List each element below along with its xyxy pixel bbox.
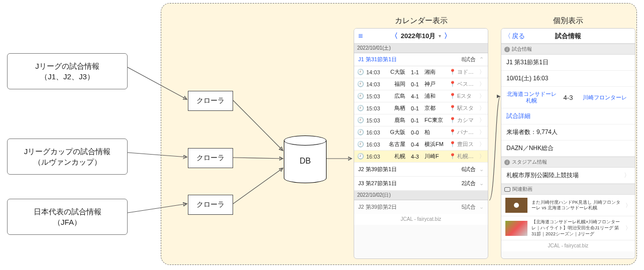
chevron-right-icon: 〉 — [625, 224, 631, 232]
match-time: 16:03 — [366, 142, 383, 148]
chevron-down-icon: ⌄ — [479, 204, 484, 210]
db-label: DB — [284, 157, 327, 166]
source-subtitle: （JFA） — [12, 217, 123, 227]
match-time: 15:03 — [366, 117, 383, 123]
venue: 札幌厚別 — [457, 153, 478, 160]
video-row-1[interactable]: また川崎付度ハンドPK見逃し 川崎フロンターレ vs 北海道コンサドーレ札幌 〉 — [501, 195, 635, 216]
detail-header-title: 試合情報 — [501, 32, 635, 41]
crawler-box-2: クローラ — [188, 148, 233, 168]
match-time: 14:03 — [366, 69, 383, 75]
section-j2b-header[interactable]: J2 第39節第2日 5試合 ⌄ — [354, 200, 488, 214]
venue: 駅スタ — [457, 104, 478, 112]
source-jfa: 日本代表の試合情報 （JFA） — [7, 199, 128, 235]
crawler-label: クローラ — [196, 200, 225, 208]
team-away: 横浜FM — [422, 141, 447, 148]
team-home: G大阪 — [383, 128, 407, 136]
team-away: 京都 — [422, 104, 447, 112]
team-away: 神戸 — [422, 80, 447, 88]
video-title: 【北海道コンサドーレ札幌×川崎フロンターレ｜ハイライト】明治安田生命J1リーグ … — [531, 219, 621, 237]
pin-icon: 📍 — [449, 117, 456, 123]
section-j2-header[interactable]: J2 第39節第1日 6試合 ⌄ — [354, 163, 488, 177]
source-subtitle: （ルヴァンカップ） — [12, 157, 123, 167]
team-home: 鹿島 — [383, 116, 407, 124]
team-away: 湘南 — [422, 68, 447, 76]
section-j1-title: J1 第31節第1日 — [358, 56, 397, 63]
match-time: 16:03 — [366, 129, 383, 136]
next-month-button[interactable]: 〉 — [444, 32, 451, 41]
match-score: 1-1 — [407, 69, 422, 75]
section-stadium-label: スタジアム情報 — [512, 159, 547, 166]
info-icon: i — [504, 47, 510, 52]
detail-round: J1 第31節第1日 — [501, 55, 635, 71]
team-home: 広島 — [383, 92, 407, 100]
match-row[interactable]: 🕘14:03福岡0-1神戸📍ベススタ〉 — [354, 78, 488, 90]
match-row[interactable]: 🕘16:03名古屋0-4横浜FM📍豊田ス〉 — [354, 139, 488, 151]
match-row[interactable]: 🕘15:03広島4-1浦和📍Eスタ〉 — [354, 90, 488, 102]
source-leaguecup: Jリーグカップの試合情報 （ルヴァンカップ） — [7, 139, 128, 175]
match-time: 15:03 — [366, 105, 383, 111]
menu-icon[interactable]: ≡ — [358, 32, 363, 41]
detail-section-stadium: i スタジアム情報 — [501, 157, 635, 168]
chevron-right-icon: 〉 — [479, 116, 485, 124]
clock-icon: 🕘 — [357, 69, 364, 75]
match-row[interactable]: 🕘14:03C大阪1-1湘南📍ヨドコウ〉 — [354, 66, 488, 78]
match-score: 0-1 — [407, 81, 422, 87]
match-row[interactable]: 🕘16:03G大阪0-0柏📍パナスタ〉 — [354, 126, 488, 139]
chevron-right-icon: 〉 — [479, 128, 485, 136]
video-thumb-icon — [505, 221, 527, 236]
source-title: Jリーグの試合情報 — [12, 61, 123, 71]
video-row-2[interactable]: 【北海道コンサドーレ札幌×川崎フロンターレ｜ハイライト】明治安田生命J1リーグ … — [501, 216, 635, 240]
section-j2b-title: J2 第39節第2日 — [358, 203, 397, 211]
team-away[interactable]: 川崎フロンターレ — [580, 94, 630, 101]
detail-datetime: 10/01(土) 16:03 — [501, 71, 635, 87]
section-match-label: 試合情報 — [512, 46, 532, 53]
team-away: 川崎F — [422, 153, 447, 160]
venue: ベススタ — [457, 80, 478, 88]
info-icon: i — [504, 160, 510, 165]
team-away: FC東京 — [422, 116, 447, 124]
section-j1-count: 8試合 — [462, 56, 476, 62]
match-time: 15:03 — [366, 93, 383, 99]
match-row[interactable]: 🕘15:03鹿島0-1FC東京📍カシマ〉 — [354, 114, 488, 126]
chevron-up-icon: ⌃ — [479, 56, 484, 62]
chevron-right-icon: 〉 — [479, 153, 485, 160]
pin-icon: 📍 — [449, 93, 456, 99]
prev-month-button[interactable]: 〈 — [391, 32, 398, 41]
match-row[interactable]: 🕘16:03札幌4-3川崎F📍札幌厚別〉 — [354, 151, 488, 163]
source-jleague: Jリーグの試合情報 （J1、J2、J3） — [7, 53, 128, 89]
chevron-right-icon: 〉 — [479, 80, 485, 88]
source-subtitle: （J1、J2、J3） — [12, 71, 123, 82]
match-score: 0-4 — [407, 142, 422, 148]
section-j3-header[interactable]: J3 第27節第1日 2試合 ⌄ — [354, 177, 488, 191]
date-header: 2022/10/02(日) — [354, 191, 488, 200]
pin-icon: 📍 — [449, 105, 456, 111]
pin-icon: 📍 — [449, 141, 456, 148]
crawler-box-3: クローラ — [188, 195, 233, 215]
section-j2-title: J2 第39節第1日 — [358, 166, 397, 173]
stadium-row[interactable]: 札幌市厚別公園陸上競技場 〉 — [501, 168, 635, 184]
video-icon — [504, 187, 510, 192]
pin-icon: 📍 — [449, 81, 456, 87]
phone-footer: JCAL - fairycat.biz — [501, 240, 635, 251]
video-title: また川崎付度ハンドPK見逃し 川崎フロンターレ vs 北海道コンサドーレ札幌 — [531, 200, 621, 211]
venue: Eスタ — [457, 92, 478, 100]
section-j1-header[interactable]: J1 第31節第1日 8試合 ⌃ — [354, 53, 488, 66]
stadium-name: 札幌市厚別公園陸上競技場 — [506, 171, 579, 180]
section-j2-count: 6試合 — [462, 166, 476, 172]
chevron-down-icon[interactable]: ▾ — [439, 33, 441, 39]
crawler-box-1: クローラ — [188, 91, 233, 111]
clock-icon: 🕘 — [357, 141, 364, 148]
detail-link[interactable]: 試合詳細 — [501, 108, 635, 124]
month-label[interactable]: 2022年10月 — [401, 32, 436, 41]
detail-score: 4-3 — [564, 94, 573, 101]
clock-icon: 🕘 — [357, 117, 364, 123]
crawler-label: クローラ — [196, 154, 225, 162]
pin-icon: 📍 — [449, 69, 456, 75]
section-j3-title: J3 第27節第1日 — [358, 180, 397, 187]
detail-match-row: 北海道コンサドーレ札幌 4-3 川崎フロンターレ — [501, 87, 635, 108]
match-row[interactable]: 🕘15:03鳥栖0-1京都📍駅スタ〉 — [354, 102, 488, 114]
phone-footer: JCAL - fairycat.biz — [354, 214, 488, 225]
team-home[interactable]: 北海道コンサドーレ札幌 — [506, 91, 557, 104]
clock-icon: 🕘 — [357, 105, 364, 111]
match-score: 4-1 — [407, 93, 422, 99]
